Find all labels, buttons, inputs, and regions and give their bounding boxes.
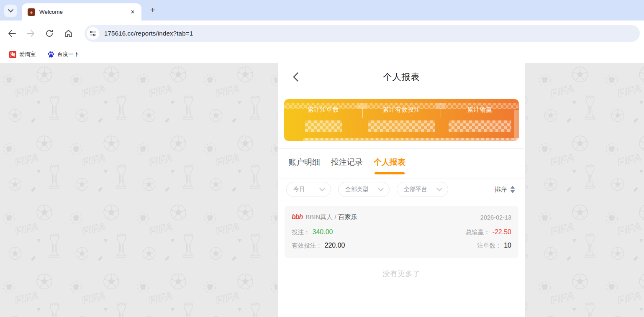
forward-arrow-icon (27, 30, 35, 37)
bookmark-taobao[interactable]: 淘 爱淘宝 (7, 49, 38, 60)
url-text[interactable]: 175616.cc/reports/index?tab=1 (104, 30, 193, 37)
bookmark-label: 爱淘宝 (19, 51, 36, 58)
divider (362, 107, 363, 118)
stat-total-orders: 累计注单数 (284, 99, 362, 141)
sort-label: 排序 (495, 186, 507, 194)
winloss-value: -22.50 (493, 228, 511, 236)
censor-blur (279, 103, 367, 109)
tab-close-icon[interactable]: ✕ (129, 8, 136, 16)
new-tab-button[interactable]: + (147, 5, 158, 16)
browser-tab-strip: ♠ Welcome ✕ + (0, 0, 644, 20)
censored-value (368, 120, 435, 132)
dropdown-value: 全部平台 (404, 186, 427, 193)
filter-bar: 今日 全部类型 全部平台 排序 (278, 179, 525, 200)
no-more-text: 没有更多了 (278, 269, 525, 279)
url-bar[interactable]: 175616.cc/reports/index?tab=1 (85, 25, 640, 42)
page-background: FIFA 个人报表 累计注单数 (0, 63, 644, 317)
browser-toolbar: 175616.cc/reports/index?tab=1 (0, 20, 644, 46)
winloss-label: 总输赢： (466, 228, 490, 236)
report-panel: 个人报表 累计注单数 累计有效投注 累计输赢 (277, 63, 526, 317)
page-title: 个人报表 (383, 71, 420, 83)
chevron-down-icon (8, 9, 13, 13)
chevron-down-icon (378, 188, 384, 192)
chevron-down-icon (436, 188, 442, 192)
stats-summary-card: 累计注单数 累计有效投注 累计输赢 (284, 99, 519, 141)
browser-tab[interactable]: ♠ Welcome ✕ (22, 3, 141, 20)
order-count-label: 注单数： (477, 242, 501, 250)
censored-value (449, 120, 511, 132)
site-settings-tune-icon (90, 31, 96, 36)
bookmark-baidu[interactable]: 百度一下 (45, 49, 82, 60)
dropdown-value: 全部类型 (345, 186, 369, 193)
panel-header: 个人报表 (278, 63, 525, 91)
date-filter-dropdown[interactable]: 今日 (286, 182, 331, 197)
reload-button[interactable] (42, 26, 56, 41)
back-button[interactable] (5, 26, 19, 41)
report-list-item[interactable]: bbh BBIN真人 / 百家乐 2026-02-13 投注： 340.00 总… (285, 206, 518, 258)
sort-arrows-icon (510, 186, 515, 193)
type-filter-dropdown[interactable]: 全部类型 (338, 182, 390, 197)
forward-button[interactable] (23, 26, 38, 41)
censored-value (305, 120, 342, 132)
taobao-icon: 淘 (9, 51, 16, 58)
tab-search-button[interactable] (4, 5, 17, 17)
chevron-left-icon (293, 72, 298, 82)
tab-title: Welcome (39, 9, 129, 15)
chevron-down-icon (319, 188, 325, 192)
baidu-paw-icon (47, 51, 54, 58)
tab-account-details[interactable]: 账户明细 (288, 153, 320, 175)
order-count-value: 10 (504, 242, 511, 249)
stat-total-valid-bets: 累计有效投注 (362, 99, 441, 141)
stats-section: 累计注单数 累计有效投注 累计输赢 (278, 91, 525, 149)
dropdown-value: 今日 (293, 186, 305, 193)
tab-personal-report[interactable]: 个人报表 (374, 153, 405, 175)
censor-blur (303, 138, 520, 144)
back-arrow-icon (8, 30, 16, 37)
report-tabs: 账户明细 投注记录 个人报表 (278, 149, 525, 179)
bet-label: 投注： (292, 228, 310, 236)
platform-filter-dropdown[interactable]: 全部平台 (397, 182, 448, 197)
divider (441, 107, 441, 118)
provider-name: BBIN真人 / (305, 213, 336, 221)
censor-blur (436, 103, 524, 109)
valid-bet-label: 有效投注： (292, 242, 322, 250)
censor-blur (514, 110, 519, 144)
site-favicon-icon: ♠ (28, 8, 35, 16)
sort-control[interactable]: 排序 (495, 186, 515, 194)
reload-icon (46, 30, 53, 37)
game-name: 百家乐 (338, 213, 357, 221)
stat-total-winloss: 累计输赢 (441, 99, 519, 141)
report-date: 2026-02-13 (480, 214, 511, 221)
bookmark-label: 百度一下 (57, 51, 79, 58)
bet-value: 340.00 (313, 228, 333, 236)
back-chevron-button[interactable] (290, 71, 301, 83)
home-button[interactable] (61, 26, 75, 41)
valid-bet-value: 220.00 (325, 242, 345, 249)
home-icon (64, 30, 72, 37)
site-settings-chip[interactable] (87, 27, 99, 40)
bookmarks-bar: 淘 爱淘宝 百度一下 (0, 46, 644, 63)
tab-bet-records[interactable]: 投注记录 (331, 153, 363, 175)
censor-blur (357, 103, 446, 109)
bbin-logo-icon: bbh (292, 213, 303, 221)
